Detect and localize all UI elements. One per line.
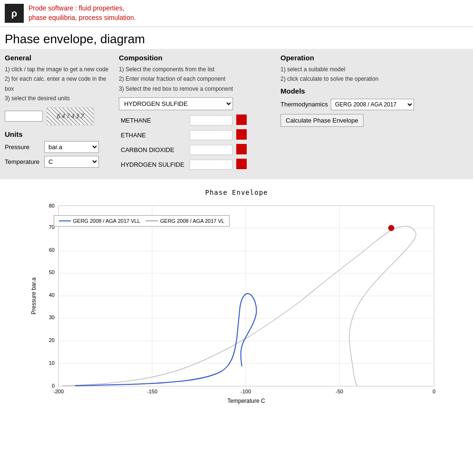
composition-title: Composition — [119, 54, 271, 62]
fraction-input-0[interactable]: 0.6 — [190, 115, 232, 125]
chart-title: Phase Envelope — [5, 189, 468, 196]
code-input[interactable]: 647437 — [5, 111, 43, 122]
table-row: METHANE 0.6 — [119, 113, 249, 128]
models-title: Models — [280, 87, 468, 95]
units-title: Units — [5, 130, 109, 138]
composition-section: Composition 1) Select the components fro… — [119, 54, 271, 172]
legend-label-2: GERG 2008 / AGA 2017 VL — [160, 218, 224, 224]
temperature-label: Temperature — [5, 158, 40, 165]
chart-section: Phase Envelope GERG 2008 / AGA 2017 VLL … — [0, 179, 473, 411]
critical-point — [388, 225, 394, 231]
component-select[interactable]: HYDROGEN SULFIDE METHANE ETHANE PROPANE … — [119, 97, 233, 110]
general-title: General — [5, 54, 109, 62]
thermodynamics-row: Thermodynamics GERG 2008 / AGA 2017 PR S… — [280, 99, 468, 110]
component-name-3: HYDROGEN SULFIDE — [119, 157, 188, 172]
chart-container: GERG 2008 / AGA 2017 VLL GERG 2008 / AGA… — [30, 201, 444, 405]
component-name-1: ETHANE — [119, 128, 188, 143]
svg-text:-50: -50 — [336, 389, 343, 394]
legend-item-2: GERG 2008 / AGA 2017 VL — [146, 218, 224, 224]
legend-label-1: GERG 2008 / AGA 2017 VLL — [73, 218, 140, 224]
table-row: HYDROGEN SULFIDE 0.05 — [119, 157, 249, 172]
models-section: Models Thermodynamics GERG 2008 / AGA 20… — [280, 87, 468, 127]
component-name-2: CARBON DIOXIDE — [119, 143, 188, 157]
svg-text:-150: -150 — [146, 389, 157, 394]
pressure-select[interactable]: bar.a bar.g psia kPa — [44, 141, 99, 153]
fraction-input-2[interactable]: 0.15 — [190, 145, 232, 155]
legend-line-blue — [59, 220, 71, 221]
operation-section: Operation 1) select a suitable model 2) … — [280, 54, 468, 172]
svg-text:20: 20 — [48, 337, 54, 343]
component-dropdown-row: HYDROGEN SULFIDE METHANE ETHANE PROPANE … — [119, 97, 271, 110]
pressure-row: Pressure bar.a bar.g psia kPa — [5, 141, 109, 153]
legend-line-gray — [146, 220, 158, 221]
code-row: 647437 647437 — [5, 107, 109, 125]
temperature-select[interactable]: C K F — [44, 156, 99, 168]
table-row: CARBON DIOXIDE 0.15 — [119, 143, 249, 157]
fraction-input-1[interactable]: 0.2 — [190, 130, 232, 140]
svg-text:-100: -100 — [240, 389, 251, 394]
pressure-label: Pressure — [5, 143, 40, 151]
svg-text:30: 30 — [48, 314, 54, 320]
general-section: General 1) click / tap the image to get … — [5, 54, 109, 172]
svg-text:10: 10 — [48, 360, 54, 366]
app-logo: ρ — [5, 4, 24, 23]
code-image[interactable]: 647437 — [47, 107, 94, 125]
components-table: METHANE 0.6 ETHANE 0.2 CARBON DIOXIDE 0.… — [119, 113, 249, 172]
operation-title: Operation — [280, 54, 468, 62]
svg-text:50: 50 — [48, 269, 54, 275]
y-axis-label: Pressure bar.a — [30, 277, 37, 314]
svg-text:60: 60 — [48, 247, 54, 253]
operation-instructions: 1) select a suitable model 2) click calc… — [280, 65, 468, 84]
app-title: Prode software : fluid properties, phase… — [29, 4, 136, 22]
svg-text:-200: -200 — [53, 389, 63, 394]
component-name-0: METHANE — [119, 113, 188, 128]
svg-text:80: 80 — [48, 203, 54, 209]
remove-button-1[interactable] — [236, 129, 247, 140]
svg-text:0: 0 — [432, 389, 435, 394]
svg-text:0: 0 — [51, 383, 54, 389]
remove-button-2[interactable] — [236, 144, 247, 154]
page-title: Phase envelope, diagram — [5, 32, 468, 47]
composition-instructions: 1) Select the components from the list 2… — [119, 65, 271, 94]
general-instructions: 1) click / tap the image to get a new co… — [5, 65, 109, 104]
remove-button-0[interactable] — [236, 114, 247, 125]
svg-text:40: 40 — [48, 292, 54, 298]
temperature-row: Temperature C K F — [5, 156, 109, 168]
legend-item-1: GERG 2008 / AGA 2017 VLL — [59, 218, 140, 224]
thermodynamics-label: Thermodynamics — [280, 101, 328, 108]
remove-button-3[interactable] — [236, 159, 247, 169]
page-title-section: Phase envelope, diagram — [0, 27, 473, 49]
chart-svg: 0 10 20 30 40 50 60 70 80 -200 -150 -100… — [30, 201, 444, 405]
app-header: ρ Prode software : fluid properties, pha… — [0, 0, 473, 27]
thermodynamics-select[interactable]: GERG 2008 / AGA 2017 PR SRK — [331, 99, 414, 110]
units-section: Units Pressure bar.a bar.g psia kPa Temp… — [5, 130, 109, 168]
top-panel: General 1) click / tap the image to get … — [0, 49, 473, 179]
fraction-input-3[interactable]: 0.05 — [190, 160, 232, 170]
calculate-button[interactable]: Calculate Phase Envelope — [280, 114, 364, 127]
table-row: ETHANE 0.2 — [119, 128, 249, 143]
chart-legend: GERG 2008 / AGA 2017 VLL GERG 2008 / AGA… — [54, 215, 230, 227]
x-axis-label: Temperature C — [227, 398, 265, 404]
